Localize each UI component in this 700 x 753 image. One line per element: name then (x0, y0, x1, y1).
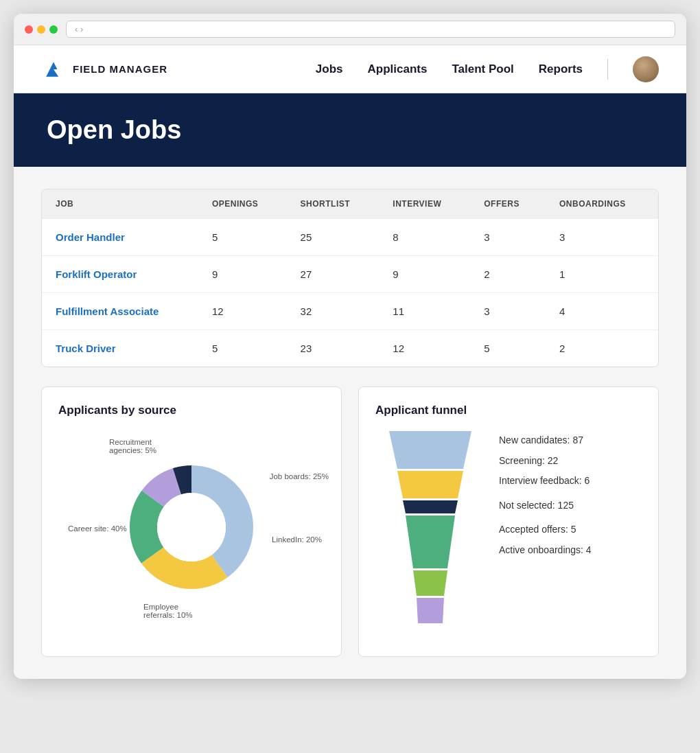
minimize-button[interactable] (37, 25, 45, 34)
nav-talent-pool[interactable]: Talent Pool (452, 62, 513, 76)
label-jobboards: Job boards: 25% (270, 472, 329, 480)
cell-openings: 5 (198, 330, 287, 367)
avatar[interactable] (633, 56, 659, 82)
cell-onboardings: 4 (546, 293, 658, 330)
page-title: Open Jobs (47, 115, 653, 145)
svg-point-6 (157, 493, 226, 561)
job-link[interactable]: Truck Driver (56, 343, 116, 354)
funnel-area: New candidates: 87 Screening: 22 Intervi… (375, 431, 642, 640)
cell-onboardings: 1 (546, 256, 658, 293)
col-offers: OFFERS (470, 189, 546, 219)
svg-marker-7 (389, 431, 471, 469)
svg-marker-11 (413, 570, 447, 596)
cell-job: Forklift Operator (42, 256, 198, 293)
table-row: Truck Driver 5 23 12 5 2 (42, 330, 658, 367)
col-onboardings: ONBOARDINGS (546, 189, 658, 219)
cell-openings: 5 (198, 219, 287, 256)
funnel-item-onboardings: Active onboardings: 4 (499, 544, 642, 557)
label-career: Career site: 40% (68, 524, 127, 533)
cell-openings: 12 (198, 293, 287, 330)
table-row: Fulfillment Associate 12 32 11 3 4 (42, 293, 658, 330)
funnel-visual (375, 431, 485, 640)
applicant-funnel-card: Applicant funnel (358, 386, 659, 657)
nav-links: Jobs Applicants Talent Pool Reports (316, 56, 659, 82)
funnel-legend: New candidates: 87 Screening: 22 Intervi… (499, 431, 642, 557)
table-row: Order Handler 5 25 8 3 3 (42, 219, 658, 256)
brand-name: FIELD MANAGER (73, 63, 167, 75)
cell-job: Fulfillment Associate (42, 293, 198, 330)
funnel-item-screening: Screening: 22 (499, 454, 642, 468)
svg-marker-9 (403, 500, 458, 513)
title-bar: ‹ › (14, 14, 686, 45)
traffic-lights (25, 25, 58, 34)
table-header-row: JOB OPENINGS SHORTLIST INTERVIEW OFFERS … (42, 189, 658, 219)
nav-bar: FIELD MANAGER Jobs Applicants Talent Poo… (14, 45, 686, 93)
cell-shortlist: 27 (287, 256, 380, 293)
cell-shortlist: 25 (287, 219, 380, 256)
logo-area: FIELD MANAGER (41, 57, 167, 82)
funnel-item-new: New candidates: 87 (499, 434, 642, 448)
address-bar[interactable]: ‹ › (66, 21, 675, 38)
cell-interview: 11 (379, 293, 470, 330)
funnel-item-not-selected: Not selected: 125 (499, 499, 642, 513)
cell-offers: 2 (470, 256, 546, 293)
table-row: Forklift Operator 9 27 9 2 1 (42, 256, 658, 293)
applicants-by-source-card: Applicants by source Recruitmentagencies… (41, 386, 342, 657)
cell-job: Order Handler (42, 219, 198, 256)
cell-offers: 3 (470, 219, 546, 256)
nav-divider (607, 59, 608, 80)
nav-arrows: ‹ › (75, 24, 83, 34)
funnel-item-interview: Interview feedback: 6 (499, 474, 642, 488)
nav-reports[interactable]: Reports (539, 62, 583, 76)
cell-shortlist: 23 (287, 330, 380, 367)
svg-marker-8 (397, 471, 463, 498)
col-openings: OPENINGS (198, 189, 287, 219)
col-interview: INTERVIEW (379, 189, 470, 219)
close-button[interactable] (25, 25, 33, 34)
job-link[interactable]: Fulfillment Associate (56, 305, 159, 317)
funnel-svg (375, 431, 485, 637)
maximize-button[interactable] (49, 25, 58, 34)
cell-onboardings: 2 (546, 330, 658, 367)
col-shortlist: SHORTLIST (287, 189, 380, 219)
applicant-funnel-title: Applicant funnel (375, 404, 642, 417)
page-header: Open Jobs (14, 93, 686, 167)
jobs-table: JOB OPENINGS SHORTLIST INTERVIEW OFFERS … (42, 189, 658, 367)
donut-chart-area: Recruitmentagencies: 5% Career site: 40%… (58, 431, 325, 626)
svg-marker-12 (417, 598, 444, 623)
cell-interview: 12 (379, 330, 470, 367)
jobs-table-card: JOB OPENINGS SHORTLIST INTERVIEW OFFERS … (41, 189, 659, 367)
cell-offers: 5 (470, 330, 546, 367)
applicants-by-source-title: Applicants by source (58, 404, 325, 417)
donut-svg (123, 459, 260, 596)
logo-icon (41, 57, 66, 82)
nav-jobs[interactable]: Jobs (316, 62, 343, 76)
charts-row: Applicants by source Recruitmentagencies… (41, 386, 659, 657)
cell-onboardings: 3 (546, 219, 658, 256)
cell-openings: 9 (198, 256, 287, 293)
job-link[interactable]: Forklift Operator (56, 268, 137, 280)
label-employee: Employeereferrals: 10% (143, 603, 193, 619)
cell-interview: 9 (379, 256, 470, 293)
label-linkedin: LinkedIn: 20% (272, 535, 322, 544)
label-recruitment: Recruitmentagencies: 5% (109, 438, 156, 454)
cell-shortlist: 32 (287, 293, 380, 330)
page-content: JOB OPENINGS SHORTLIST INTERVIEW OFFERS … (14, 167, 686, 679)
cell-job: Truck Driver (42, 330, 198, 367)
cell-offers: 3 (470, 293, 546, 330)
job-link[interactable]: Order Handler (56, 231, 125, 243)
nav-applicants[interactable]: Applicants (368, 62, 428, 76)
svg-marker-10 (406, 515, 455, 568)
donut-wrapper: Recruitmentagencies: 5% Career site: 40%… (123, 459, 260, 599)
col-job: JOB (42, 189, 198, 219)
funnel-item-accepted: Accepted offers: 5 (499, 523, 642, 537)
app-window: ‹ › FIELD MANAGER Jobs Applicants Talent… (14, 14, 686, 679)
cell-interview: 8 (379, 219, 470, 256)
